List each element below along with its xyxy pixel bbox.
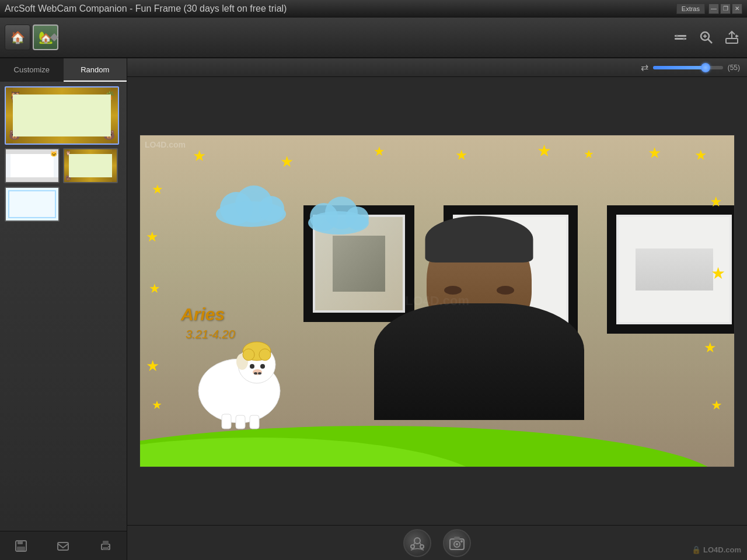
svg-point-42 <box>254 372 257 374</box>
tab-random[interactable]: Random <box>64 58 127 82</box>
slider-icon: ⇄ <box>641 62 648 73</box>
tab-customize[interactable]: Customize <box>0 58 64 82</box>
watermark-center: LO4D.com <box>405 293 469 309</box>
svg-point-55 <box>456 543 458 545</box>
thumbnail-row-1: 🐱 🦉 🐻 <box>5 148 122 183</box>
svg-point-47 <box>200 378 218 401</box>
svg-point-39 <box>250 364 254 369</box>
nav-button[interactable]: 🏡 <box>33 24 58 50</box>
svg-rect-45 <box>236 415 245 429</box>
thumbnail-3[interactable]: 🦉 🐻 <box>63 148 118 183</box>
thumbnail-row-2 <box>5 187 122 222</box>
email-icon <box>57 540 69 552</box>
webcam-container: JAMGOOBUGO <box>127 77 747 525</box>
export-button[interactable] <box>721 27 742 48</box>
svg-rect-8 <box>726 38 738 43</box>
email-button[interactable] <box>54 537 72 555</box>
tools-icon <box>672 29 689 46</box>
thumbnail-grid: 🦉 🌴 🐻 🐻 🐱 <box>0 82 127 226</box>
save-icon <box>15 540 27 552</box>
svg-rect-13 <box>58 542 68 550</box>
extras-button[interactable]: Extras <box>676 4 705 14</box>
bottom-action-bar <box>127 525 747 560</box>
tab-bar: Customize Random <box>0 58 127 82</box>
title-bar: ArcSoft WebCam Companion - Fun Frame (30… <box>0 0 747 18</box>
svg-point-38 <box>259 349 271 360</box>
ram-svg <box>175 303 303 432</box>
left-bottom-bar <box>0 531 127 560</box>
svg-point-2 <box>676 35 678 37</box>
main-area: ⇄ (55) JAMGOOBUG <box>127 58 747 560</box>
thumbnail-1[interactable]: 🦉 🌴 🐻 🐻 <box>5 86 119 145</box>
app-title: ArcSoft WebCam Companion - Fun Frame (30… <box>5 4 287 14</box>
cloud-1 <box>210 182 292 229</box>
zoom-icon <box>698 29 714 46</box>
slider-bar: ⇄ (55) <box>127 58 747 77</box>
svg-point-37 <box>243 349 254 360</box>
svg-point-21 <box>259 196 284 222</box>
svg-point-40 <box>260 364 265 369</box>
home-icon: 🏠 <box>11 30 25 44</box>
svg-point-3 <box>683 38 685 40</box>
close-button[interactable]: ✕ <box>732 4 742 14</box>
svg-point-50 <box>420 545 424 548</box>
lo4d-logo: 🔒 🔒 LO4D.comLO4D.com <box>692 545 741 554</box>
webcam-frame: JAMGOOBUGO <box>139 135 735 467</box>
save-button[interactable] <box>12 537 30 555</box>
cloud-2 <box>303 194 374 235</box>
window-controls: — ❐ ✕ <box>708 4 742 14</box>
svg-rect-15 <box>103 541 109 545</box>
watermark-top: LO4D.com <box>145 140 186 149</box>
opacity-slider[interactable] <box>653 66 723 69</box>
svg-point-43 <box>258 372 261 374</box>
take-photo-button[interactable] <box>443 529 471 557</box>
thumbnail-4[interactable] <box>5 187 60 222</box>
slider-value: (55) <box>728 64 740 72</box>
home-button[interactable]: 🏠 <box>5 24 30 50</box>
thumbnail-2[interactable]: 🐱 <box>5 148 60 183</box>
left-panel: Customize Random 🦉 🌴 🐻 🐻 <box>0 58 127 560</box>
main-toolbar: 🏠 🏡 <box>0 18 747 58</box>
print-button[interactable] <box>97 537 114 555</box>
restore-button[interactable]: ❐ <box>720 4 731 14</box>
svg-point-17 <box>108 546 109 547</box>
svg-rect-16 <box>103 547 109 550</box>
export-icon <box>724 29 740 46</box>
svg-point-25 <box>345 206 369 230</box>
content-area: Customize Random 🦉 🌴 🐻 🐻 <box>0 58 747 560</box>
camera-icon <box>449 535 465 551</box>
svg-rect-11 <box>18 541 23 544</box>
svg-rect-12 <box>17 547 25 551</box>
svg-rect-46 <box>250 415 259 429</box>
share-webcam-button[interactable] <box>403 529 431 557</box>
svg-point-57 <box>460 540 463 542</box>
print-icon <box>99 540 112 552</box>
svg-rect-44 <box>222 414 231 429</box>
svg-line-5 <box>708 39 712 43</box>
ram-figure <box>175 303 303 432</box>
svg-point-49 <box>411 545 414 548</box>
minimize-button[interactable]: — <box>708 4 719 14</box>
svg-point-33 <box>254 382 277 405</box>
share-webcam-icon <box>409 535 425 551</box>
svg-rect-56 <box>454 537 460 540</box>
zoom-button[interactable] <box>696 27 717 48</box>
tools-button[interactable] <box>670 27 691 48</box>
